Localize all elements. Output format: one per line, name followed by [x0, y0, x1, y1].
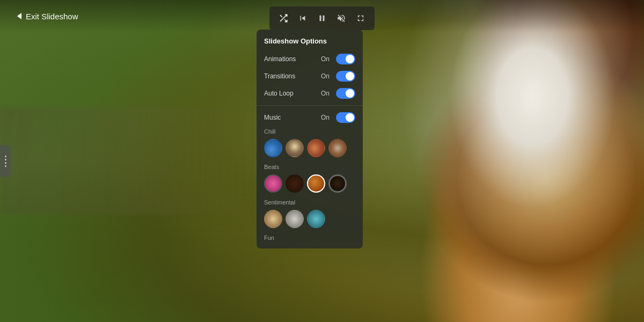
fullscreen-button[interactable]: [352, 10, 369, 27]
handle-dot-3: [5, 162, 6, 164]
slideshow-options-panel: Slideshow Options Animations On Transiti…: [257, 30, 363, 248]
mute-button[interactable]: [333, 10, 350, 27]
transitions-toggle[interactable]: [336, 71, 355, 82]
shuffle-button[interactable]: [275, 10, 292, 27]
chill-section-label: Chill: [257, 126, 363, 137]
fence-decoration: [0, 107, 268, 215]
sentimental-track-2[interactable]: [286, 210, 304, 228]
icecream-photo: [365, 0, 644, 322]
handle-grip: [5, 156, 6, 167]
beats-section-label: Beats: [257, 162, 363, 172]
beats-circles: [257, 172, 363, 197]
animations-value: On: [321, 55, 330, 63]
exit-slideshow-label: Exit Slideshow: [26, 12, 78, 21]
pause-button[interactable]: [313, 10, 331, 27]
transitions-control: On: [321, 71, 355, 82]
handle-dot-4: [5, 165, 6, 167]
beats-track-4[interactable]: [328, 174, 347, 193]
chill-track-4[interactable]: [328, 139, 347, 157]
divider-1: [257, 105, 363, 106]
music-toggle[interactable]: [336, 112, 355, 123]
animations-toggle[interactable]: [336, 54, 355, 64]
animations-label: Animations: [264, 55, 296, 63]
chill-track-1[interactable]: [264, 139, 282, 157]
chill-circles: [257, 137, 363, 162]
autoloop-option: Auto Loop On: [257, 85, 363, 102]
autoloop-control: On: [321, 88, 355, 99]
autoloop-toggle[interactable]: [336, 88, 355, 99]
sentimental-track-1[interactable]: [264, 210, 282, 228]
chevron-left-icon: [17, 13, 21, 19]
transitions-label: Transitions: [264, 72, 295, 80]
transitions-value: On: [321, 72, 330, 80]
music-label: Music: [264, 114, 281, 121]
autoloop-label: Auto Loop: [264, 90, 294, 97]
beats-track-2[interactable]: [286, 174, 304, 193]
side-handle[interactable]: [0, 145, 11, 177]
music-value: On: [321, 114, 330, 121]
transitions-option: Transitions On: [257, 68, 363, 85]
animations-control: On: [321, 54, 355, 64]
sentimental-circles: [257, 208, 363, 232]
beats-track-3[interactable]: [307, 174, 325, 193]
previous-button[interactable]: [294, 10, 311, 27]
music-control: On: [321, 112, 355, 123]
autoloop-value: On: [321, 90, 330, 97]
animations-option: Animations On: [257, 50, 363, 68]
exit-slideshow-button[interactable]: Exit Slideshow: [11, 8, 85, 25]
sentimental-section-label: Sentimental: [257, 197, 363, 208]
panel-title: Slideshow Options: [257, 37, 363, 50]
fun-section-label: Fun: [257, 232, 363, 243]
handle-dot-2: [5, 159, 6, 160]
beats-track-1[interactable]: [264, 174, 282, 193]
handle-dot-1: [5, 156, 6, 157]
chill-track-3[interactable]: [307, 139, 325, 157]
sentimental-track-3[interactable]: [307, 210, 325, 228]
playback-toolbar: [269, 6, 375, 30]
chill-track-2[interactable]: [286, 139, 304, 157]
music-option: Music On: [257, 109, 363, 126]
